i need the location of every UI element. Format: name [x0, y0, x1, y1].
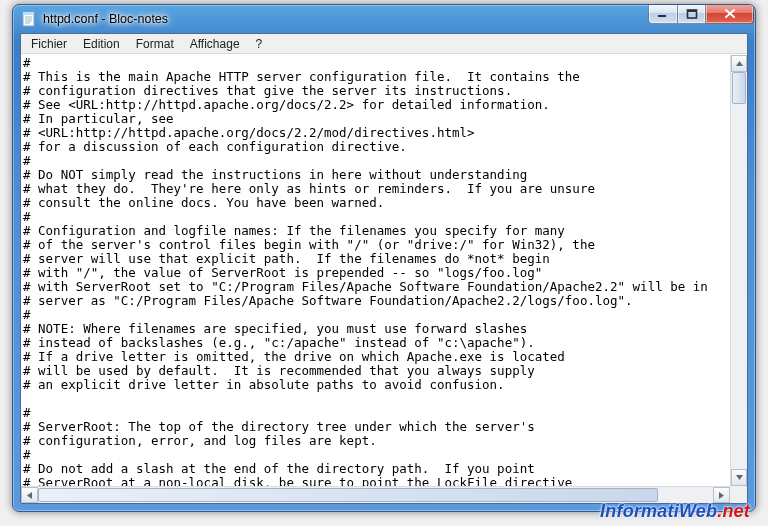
watermark: InformatiWeb.net [600, 501, 750, 522]
scroll-down-button[interactable] [731, 469, 747, 486]
minimize-button[interactable] [648, 4, 678, 24]
svg-rect-1 [23, 12, 34, 15]
text-editor[interactable]: # # This is the main Apache HTTP server … [21, 55, 730, 486]
window-controls [648, 4, 754, 24]
notepad-icon [21, 11, 37, 27]
watermark-suffix: .net [717, 501, 750, 521]
titlebar[interactable]: httpd.conf - Bloc-notes [13, 5, 755, 33]
menu-bar: Fichier Edition Format Affichage ? [21, 34, 747, 54]
menu-affichage[interactable]: Affichage [182, 35, 248, 53]
close-button[interactable] [706, 4, 754, 24]
menu-format[interactable]: Format [128, 35, 182, 53]
svg-rect-6 [658, 15, 666, 17]
menu-help[interactable]: ? [248, 35, 271, 53]
client-area: Fichier Edition Format Affichage ? # # T… [20, 33, 748, 504]
vertical-scroll-track[interactable] [731, 72, 747, 469]
watermark-brand: InformatiWeb [600, 501, 717, 521]
maximize-button[interactable] [678, 4, 706, 24]
menu-edition[interactable]: Edition [75, 35, 128, 53]
vertical-scrollbar[interactable] [730, 55, 747, 486]
scroll-up-button[interactable] [731, 55, 747, 72]
vertical-scroll-thumb[interactable] [732, 72, 746, 104]
scroll-left-button[interactable] [21, 487, 38, 503]
editor-wrap: # # This is the main Apache HTTP server … [21, 54, 747, 486]
svg-rect-8 [687, 10, 696, 12]
window-title: httpd.conf - Bloc-notes [43, 12, 168, 26]
window-frame: httpd.conf - Bloc-notes Fichier Edition … [12, 4, 756, 512]
horizontal-scroll-thumb[interactable] [38, 488, 658, 502]
menu-fichier[interactable]: Fichier [23, 35, 75, 53]
